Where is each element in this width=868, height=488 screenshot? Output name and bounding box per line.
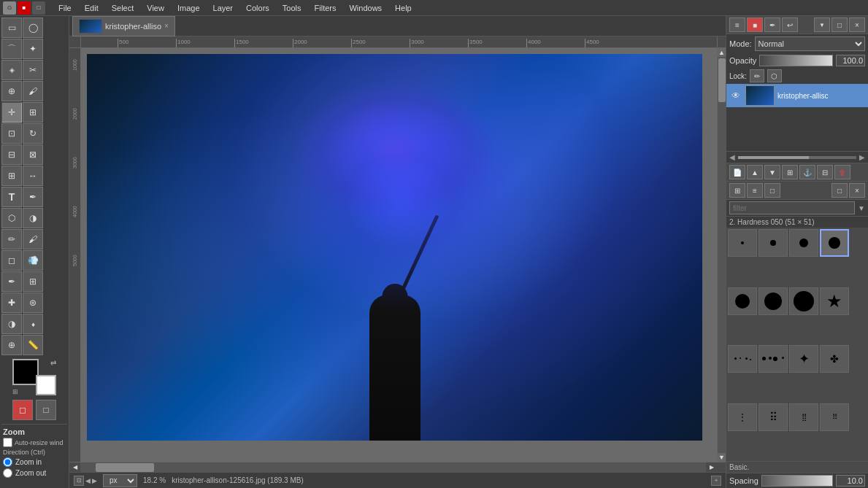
tool-ink[interactable]: ✒	[1, 271, 22, 292]
tool-rect-select[interactable]: ▭	[1, 18, 22, 38]
brush-item-3[interactable]	[789, 229, 818, 257]
tool-paintbrush[interactable]: 🖌	[23, 229, 43, 249]
menu-select[interactable]: Select	[106, 2, 140, 14]
tool-path[interactable]: ✒	[23, 187, 43, 207]
canvas-viewport[interactable]	[81, 48, 717, 462]
tool-crop[interactable]: ⊡	[1, 123, 22, 144]
brush-item-texture2[interactable]: ⠿	[820, 403, 849, 431]
lock-alpha-btn[interactable]: ⬡	[767, 69, 782, 82]
tool-foreground-select[interactable]: ⊕	[1, 81, 22, 101]
swap-colors-icon[interactable]: ⇄	[50, 359, 56, 367]
foreground-color[interactable]	[12, 359, 39, 385]
menu-colors[interactable]: Colors	[240, 2, 275, 14]
tool-perspective[interactable]: ⊞	[1, 166, 22, 186]
brush-item-scatter3[interactable]: ✦	[789, 345, 818, 373]
unit-selector[interactable]: px % mm	[103, 474, 137, 487]
brush-grid-view[interactable]: ⊞	[729, 183, 745, 198]
menu-help[interactable]: Help	[389, 2, 418, 14]
menu-filters[interactable]: Filters	[309, 2, 342, 14]
vertical-scrollbar[interactable]: ▲ ▼	[717, 48, 726, 462]
tool-paint[interactable]: 🖌	[23, 81, 43, 101]
zoom-in-radio[interactable]	[3, 457, 12, 467]
tool-dodge-burn[interactable]: ◑	[1, 314, 22, 334]
layer-mode-select[interactable]: Normal Multiply Screen	[755, 36, 865, 51]
tool-text[interactable]: T	[1, 187, 22, 207]
tool-flip[interactable]: ↔	[23, 166, 43, 186]
tool-pencil[interactable]: ✏	[1, 229, 22, 249]
tool-move[interactable]: ✛	[1, 102, 22, 123]
panel-close[interactable]: ×	[849, 18, 865, 32]
zoom-in-option[interactable]: Zoom in	[3, 457, 66, 467]
layer-visibility-icon[interactable]: 👁	[729, 89, 742, 102]
brush-list-view[interactable]: ≡	[747, 183, 763, 198]
menu-view[interactable]: View	[141, 2, 170, 14]
menu-edit[interactable]: Edit	[79, 2, 104, 14]
tool-smudge[interactable]: ⊛	[23, 293, 43, 313]
brush-item-1[interactable]	[728, 229, 757, 257]
tool-color-picker[interactable]: ⬧	[23, 314, 43, 334]
nav-right-icon[interactable]: ▶	[705, 462, 717, 472]
canvas-resize-icon[interactable]: ⊡	[74, 476, 84, 486]
panel-btn-paths[interactable]: ✒	[764, 18, 780, 32]
brush-item-7[interactable]	[789, 287, 818, 315]
scroll-v-track[interactable]	[718, 57, 726, 453]
menu-windows[interactable]: Windows	[343, 2, 388, 14]
menu-layer[interactable]: Layer	[207, 2, 239, 14]
reset-colors-icon[interactable]: ⊞	[12, 388, 18, 395]
layer-delete-btn[interactable]: 🗑	[834, 165, 850, 179]
layer-duplicate-btn[interactable]: ⊞	[782, 165, 798, 179]
zoom-out-option[interactable]: Zoom out	[3, 468, 66, 478]
nav-left-icon[interactable]: ◀	[69, 462, 81, 472]
brush-item-2[interactable]	[758, 229, 788, 257]
layers-next[interactable]: ▶	[859, 153, 865, 161]
brush-list-view2[interactable]: □	[764, 183, 780, 198]
panel-expand[interactable]: □	[831, 18, 848, 32]
brush-item-scatter1[interactable]	[728, 345, 757, 373]
tool-scissors[interactable]: ✂	[23, 60, 43, 80]
spacing-value[interactable]: 10.0	[836, 475, 865, 487]
layers-scrollbar-thumb[interactable]	[738, 156, 809, 159]
panel-collapse[interactable]: ▼	[814, 18, 830, 32]
brush-item-texture1[interactable]: ⣿	[789, 403, 818, 431]
layer-lower-btn[interactable]: ▼	[764, 165, 780, 179]
tool-clone[interactable]: ⊞	[23, 271, 43, 292]
brush-item-star[interactable]: ★	[820, 287, 849, 315]
panel-btn-channels[interactable]: ■	[747, 18, 763, 32]
tool-ellipse-select[interactable]: ◯	[23, 18, 43, 38]
tool-free-select[interactable]: ⌒	[1, 39, 22, 59]
brush-item-4[interactable]	[820, 229, 849, 257]
tool-zoom[interactable]: ⊕	[1, 335, 22, 355]
tool-fuzzy-select[interactable]: ✦	[23, 39, 43, 59]
spacing-slider[interactable]	[761, 475, 833, 487]
tool-eraser[interactable]: ◻	[1, 250, 22, 271]
canvas-nav-right[interactable]: ▶	[92, 477, 97, 484]
scroll-v-down[interactable]: ▼	[718, 453, 726, 462]
tool-scale[interactable]: ⊟	[1, 144, 22, 165]
tool-color-select[interactable]: ◈	[1, 60, 22, 80]
tool-measure[interactable]: 📏	[23, 335, 43, 355]
opacity-value[interactable]: 100.0	[836, 55, 865, 66]
quick-mask-off[interactable]: □	[36, 400, 56, 420]
lock-pixels-btn[interactable]: ✏	[750, 69, 764, 82]
auto-resize-checkbox[interactable]	[3, 438, 12, 447]
tool-align[interactable]: ⊞	[23, 102, 43, 123]
brushes-collapse[interactable]: ×	[849, 183, 865, 198]
layers-scrollbar[interactable]	[738, 156, 856, 159]
scroll-v-thumb[interactable]	[718, 58, 726, 102]
brush-filter-arrow[interactable]: ▼	[858, 204, 865, 212]
tool-shear[interactable]: ⊠	[23, 144, 43, 165]
canvas-tab[interactable]: kristopher-alliso ×	[72, 16, 175, 36]
brush-filter-input[interactable]	[729, 201, 855, 214]
layer-raise-btn[interactable]: ▲	[747, 165, 763, 179]
tool-rotate[interactable]: ↻	[23, 123, 43, 144]
menu-tools[interactable]: Tools	[277, 2, 307, 14]
layer-item[interactable]: 👁 kristopher-allisc	[726, 84, 868, 107]
brush-item-scatter4[interactable]: ✤	[820, 345, 849, 373]
canvas-nav-left[interactable]: ◀	[85, 477, 91, 484]
brush-item-6[interactable]	[758, 287, 788, 315]
tool-airbrush[interactable]: 💨	[23, 250, 43, 271]
tool-bucket[interactable]: ⬡	[1, 208, 22, 228]
brush-item-grass[interactable]: ⋮	[728, 403, 757, 431]
brushes-panel-btn[interactable]: □	[831, 183, 848, 198]
brush-item-spots[interactable]: ⠿	[758, 403, 788, 431]
